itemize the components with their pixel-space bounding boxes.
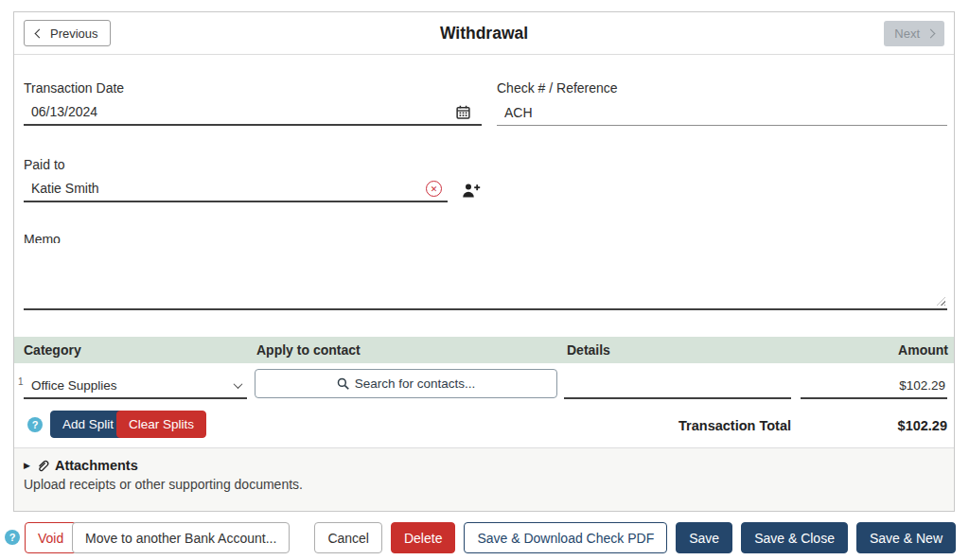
column-header-contact: Apply to contact [256, 337, 361, 363]
category-select[interactable]: Office Supplies [24, 375, 247, 399]
transaction-total-value: $102.29 [801, 418, 947, 433]
contact-search-placeholder: Search for contacts... [355, 376, 476, 391]
column-header-category: Category [24, 337, 81, 363]
amount-field [801, 375, 947, 399]
next-button-label: Next [894, 26, 920, 41]
details-input[interactable] [564, 375, 791, 397]
memo-textarea[interactable] [24, 243, 947, 308]
save-close-button[interactable]: Save & Close [741, 522, 848, 553]
withdrawal-screen: Withdrawal Previous Next Transaction Dat… [0, 0, 969, 560]
transaction-total-label: Transaction Total [507, 418, 791, 433]
transaction-date-label: Transaction Date [24, 80, 124, 96]
previous-button-label: Previous [50, 26, 98, 41]
column-header-amount: Amount [898, 337, 948, 363]
details-field [564, 375, 791, 399]
attachments-title: Attachments [55, 458, 138, 473]
paid-to-label: Paid to [24, 157, 65, 172]
save-button[interactable]: Save [676, 522, 732, 553]
attachments-toggle[interactable]: ▶ Attachments [24, 458, 954, 473]
chevron-left-icon [35, 28, 44, 38]
save-download-pdf-button[interactable]: Save & Download Check PDF [464, 522, 667, 553]
add-contact-button[interactable] [459, 180, 484, 201]
next-button[interactable]: Next [884, 21, 944, 46]
contact-search-box[interactable]: Search for contacts... [255, 369, 557, 398]
splits-help-icon[interactable]: ? [27, 417, 43, 432]
attachments-description: Upload receipts or other supporting docu… [24, 477, 954, 492]
column-header-details: Details [567, 337, 610, 363]
page-title: Withdrawal [14, 12, 954, 55]
move-bank-account-button[interactable]: Move to another Bank Account... [72, 522, 290, 553]
transaction-date-field [24, 101, 482, 126]
paid-to-input[interactable] [24, 178, 448, 201]
cancel-button[interactable]: Cancel [314, 522, 382, 553]
paid-to-field: ✕ [24, 178, 448, 202]
void-button[interactable]: Void [25, 522, 77, 553]
calendar-icon[interactable] [456, 105, 470, 119]
memo-field [24, 243, 947, 310]
clear-contact-icon[interactable]: ✕ [426, 181, 442, 197]
category-select-value: Office Supplies [31, 378, 117, 393]
clear-splits-button[interactable]: Clear Splits [116, 411, 206, 438]
paperclip-icon [36, 459, 49, 473]
transaction-date-input[interactable] [24, 101, 482, 124]
triangle-collapsed-icon: ▶ [24, 462, 30, 470]
check-reference-field [497, 101, 947, 126]
check-reference-input[interactable] [497, 101, 947, 125]
row-number: 1 [18, 376, 24, 387]
check-reference-label: Check # / Reference [497, 80, 618, 96]
chevron-down-icon [234, 379, 243, 389]
person-add-icon [462, 184, 481, 198]
add-split-button[interactable]: Add Split [50, 411, 126, 438]
save-new-button[interactable]: Save & New [856, 522, 956, 553]
footer-help-icon[interactable]: ? [5, 530, 20, 545]
footer-right-actions: Cancel Delete Save & Download Check PDF … [314, 522, 956, 553]
amount-input[interactable] [801, 375, 947, 397]
chevron-right-icon [926, 29, 936, 39]
card-header: Withdrawal Previous Next [14, 12, 954, 55]
previous-button[interactable]: Previous [24, 20, 111, 46]
splits-header-row: Category Apply to contact Details Amount [14, 337, 954, 363]
search-icon [337, 377, 349, 390]
transaction-card: Withdrawal Previous Next Transaction Dat… [13, 11, 955, 512]
attachments-section: ▶ Attachments Upload receipts or other s… [14, 447, 954, 511]
delete-button[interactable]: Delete [391, 522, 455, 553]
